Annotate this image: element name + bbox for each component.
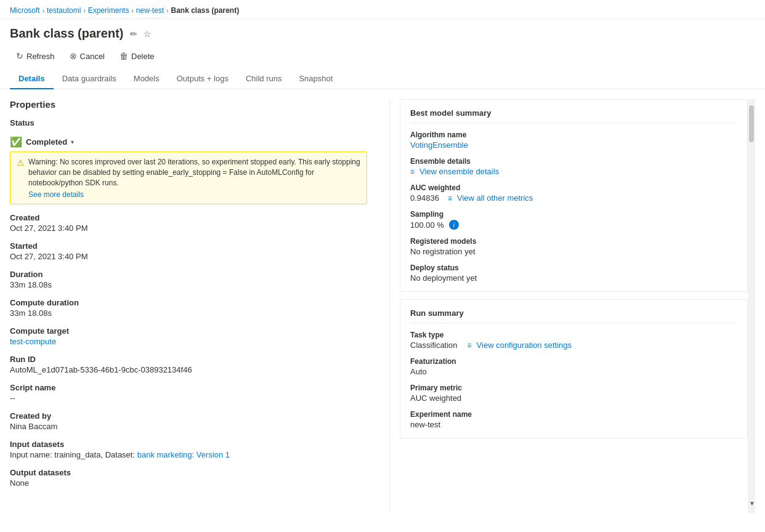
registered-label: Registered models <box>410 237 737 246</box>
duration-value: 33m 18.08s <box>10 280 367 289</box>
input-datasets-value: Input name: training_data, Dataset: bank… <box>10 450 367 459</box>
featurization-value: Auto <box>410 367 737 376</box>
input-datasets-link[interactable]: bank marketing: Version 1 <box>137 450 230 459</box>
run-summary-title: Run summary <box>410 308 737 323</box>
created-value: Oct 27, 2021 3:40 PM <box>10 224 367 233</box>
status-value: Completed <box>26 137 67 147</box>
primary-metric-value: AUC weighted <box>410 393 737 403</box>
tab-models[interactable]: Models <box>125 69 168 89</box>
primary-metric-row: Primary metric AUC weighted <box>410 384 737 403</box>
refresh-label: Refresh <box>26 52 55 61</box>
cancel-label: Cancel <box>80 52 105 61</box>
main-content: Properties Status ✅ Completed ▾ ⚠ Warnin… <box>0 89 765 523</box>
input-datasets-label: Input datasets <box>10 440 367 449</box>
tab-snapshot[interactable]: Snapshot <box>290 69 341 89</box>
tab-outputs-logs[interactable]: Outputs + logs <box>168 69 237 89</box>
tabs: Details Data guardrails Models Outputs +… <box>0 69 765 89</box>
scrollbar-thumb[interactable] <box>749 105 754 142</box>
toolbar: ↻ Refresh ⊗ Cancel 🗑 Delete <box>0 46 765 69</box>
run-id-label: Run ID <box>10 355 367 364</box>
experiment-name-value: new-test <box>410 420 737 429</box>
deploy-label: Deploy status <box>410 264 737 272</box>
output-datasets-value: None <box>10 478 367 488</box>
right-panels: Best model summary Algorithm name Voting… <box>400 99 748 513</box>
edit-icon[interactable]: ✏ <box>130 29 137 39</box>
metrics-icon: ≡ <box>448 194 452 203</box>
config-icon: ≡ <box>467 341 472 350</box>
properties-title: Properties <box>10 99 367 110</box>
algorithm-label: Algorithm name <box>410 131 737 139</box>
delete-icon: 🗑 <box>119 51 128 61</box>
scrollbar-track[interactable]: ▼ <box>748 99 755 513</box>
algorithm-link[interactable]: VotingEnsemble <box>410 140 468 150</box>
algorithm-value: VotingEnsemble <box>410 140 737 150</box>
page-title: Bank class (parent) <box>10 26 124 41</box>
best-model-panel: Best model summary Algorithm name Voting… <box>400 99 748 292</box>
status-label: Status <box>10 118 367 127</box>
compute-target-link[interactable]: test-compute <box>10 337 56 346</box>
compute-target-value: test-compute <box>10 337 367 346</box>
experiment-name-row: Experiment name new-test <box>410 410 737 429</box>
ensemble-value: ≡ View ensemble details <box>410 167 737 176</box>
auc-number: 0.94836 <box>410 193 439 203</box>
refresh-icon: ↻ <box>16 51 23 61</box>
sampling-label: Sampling <box>410 210 737 219</box>
ensemble-link[interactable]: View ensemble details <box>419 167 499 176</box>
registered-row: Registered models No registration yet <box>410 237 737 256</box>
created-label: Created <box>10 213 367 222</box>
sampling-number: 100.00 % <box>410 220 444 230</box>
featurization-row: Featurization Auto <box>410 357 737 376</box>
star-icon[interactable]: ☆ <box>144 29 152 39</box>
task-type-value: Classification ≡ View configuration sett… <box>410 341 737 350</box>
status-dropdown-icon[interactable]: ▾ <box>71 139 74 145</box>
deploy-row: Deploy status No deployment yet <box>410 264 737 283</box>
sampling-value: 100.00 % i <box>410 220 737 230</box>
cancel-button[interactable]: ⊗ Cancel <box>63 48 111 64</box>
warning-text: Warning: No scores improved over last 20… <box>28 158 360 187</box>
compute-target-label: Compute target <box>10 326 367 336</box>
compute-duration-label: Compute duration <box>10 298 367 307</box>
script-name-label: Script name <box>10 383 367 392</box>
breadcrumb-testautoml[interactable]: testautoml <box>47 6 81 15</box>
task-type-row: Task type Classification ≡ View configur… <box>410 331 737 350</box>
sampling-info-icon[interactable]: i <box>449 220 459 230</box>
run-id-value: AutoML_e1d071ab-5336-46b1-9cbc-038932134… <box>10 365 367 374</box>
breadcrumb-microsoft[interactable]: Microsoft <box>10 6 40 15</box>
started-label: Started <box>10 241 367 251</box>
breadcrumb-sep-3: › <box>131 7 133 14</box>
refresh-button[interactable]: ↻ Refresh <box>10 48 61 64</box>
auc-value: 0.94836 ≡ View all other metrics <box>410 193 737 203</box>
warning-icon: ⚠ <box>17 158 25 167</box>
output-datasets-label: Output datasets <box>10 468 367 477</box>
sampling-row: Sampling 100.00 % i <box>410 210 737 230</box>
delete-button[interactable]: 🗑 Delete <box>113 48 161 64</box>
view-config-link[interactable]: View configuration settings <box>477 341 572 350</box>
cancel-icon: ⊗ <box>70 51 77 61</box>
tab-child-runs[interactable]: Child runs <box>237 69 291 89</box>
panel-divider <box>389 99 390 513</box>
created-by-label: Created by <box>10 411 367 421</box>
delete-label: Delete <box>131 52 155 61</box>
see-more-details-link[interactable]: See more details <box>28 190 360 199</box>
breadcrumb-sep-1: › <box>42 7 44 14</box>
task-type-label: Task type <box>410 331 737 339</box>
warning-box: ⚠ Warning: No scores improved over last … <box>10 151 367 204</box>
breadcrumb-new-test[interactable]: new-test <box>136 6 164 15</box>
experiment-name-label: Experiment name <box>410 410 737 419</box>
task-type-text: Classification <box>410 341 458 350</box>
status-row: ✅ Completed ▾ <box>10 136 367 148</box>
ensemble-row: Ensemble details ≡ View ensemble details <box>410 157 737 176</box>
view-metrics-link[interactable]: View all other metrics <box>457 193 533 203</box>
tab-data-guardrails[interactable]: Data guardrails <box>54 69 125 89</box>
breadcrumb-experiments[interactable]: Experiments <box>88 6 129 15</box>
scroll-down-icon[interactable]: ▼ <box>749 500 755 507</box>
auc-label: AUC weighted <box>410 183 737 192</box>
best-model-title: Best model summary <box>410 108 737 123</box>
breadcrumb-sep-4: › <box>166 7 168 14</box>
tab-details[interactable]: Details <box>10 69 54 89</box>
registered-value: No registration yet <box>410 247 737 256</box>
featurization-label: Featurization <box>410 357 737 366</box>
primary-metric-label: Primary metric <box>410 384 737 392</box>
started-value: Oct 27, 2021 3:40 PM <box>10 252 367 261</box>
algorithm-row: Algorithm name VotingEnsemble <box>410 131 737 150</box>
